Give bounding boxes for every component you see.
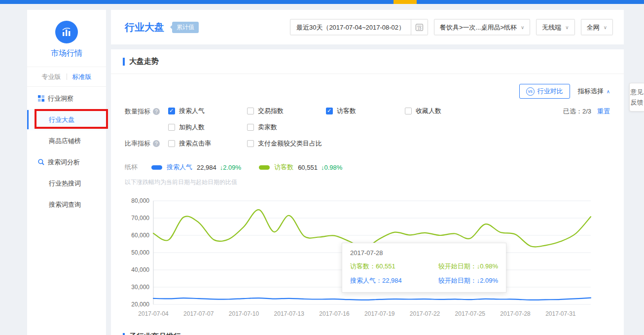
sidebar-item-label: 商品店铺榜 bbox=[49, 137, 81, 146]
checkbox-box[interactable] bbox=[168, 140, 175, 147]
checkbox-label: 加购人数 bbox=[179, 123, 205, 132]
x-axis-tick-label: 2017-07-13 bbox=[274, 310, 305, 317]
chart-tooltip: 2017-07-28 访客数：60,551 较开始日期：↓0.98% 搜索人气：… bbox=[342, 243, 506, 293]
next-section-title: 子行业商品排行 bbox=[129, 332, 181, 335]
date-range-label: 最近30天（2017-07-04~2017-08-02） bbox=[290, 23, 411, 32]
chevron-down-icon: ∨ bbox=[521, 25, 524, 30]
legend-series-name: 访客数 bbox=[274, 163, 293, 172]
checkbox-box[interactable] bbox=[168, 108, 175, 114]
checkbox-search-popularity[interactable]: 搜索人气 bbox=[168, 107, 247, 115]
checkbox-add-cart-count[interactable]: 加购人数 bbox=[168, 123, 247, 132]
checkbox-label: 支付金额较父类目占比 bbox=[258, 139, 322, 148]
trend-card: 大盘走势 vs 行业对比 指标选择 ∧ 数量指标 搜索 bbox=[111, 49, 624, 335]
series-line-访客数 bbox=[153, 210, 591, 248]
ratio-checkbox-grid: 搜索点击率 支付金额较父类目占比 bbox=[168, 139, 484, 148]
legend-swatch-green bbox=[259, 165, 270, 170]
checkbox-transaction-index[interactable]: 交易指数 bbox=[247, 107, 326, 115]
sidebar-item-industry-dashboard[interactable]: 行业大盘 bbox=[27, 109, 106, 130]
checkbox-box[interactable] bbox=[247, 140, 254, 147]
y-axis-tick-label: 70,000 bbox=[131, 215, 149, 222]
checkbox-box[interactable] bbox=[247, 108, 254, 114]
checkbox-seller-count[interactable]: 卖家数 bbox=[247, 123, 326, 132]
quantity-checkbox-grid: 搜索人气 交易指数 访客数 收藏人数 bbox=[168, 107, 484, 132]
sidebar-item-industry-hot-words[interactable]: 行业热搜词 bbox=[27, 173, 106, 194]
x-axis-tick-label: 2017-07-25 bbox=[455, 310, 486, 317]
y-axis-tick-label: 80,000 bbox=[131, 197, 149, 204]
y-axis-tick-label: 30,000 bbox=[131, 284, 149, 291]
y-axis-tick-label: 50,000 bbox=[131, 249, 149, 256]
x-axis-tick-label: 2017-07-31 bbox=[545, 310, 576, 317]
sidebar-item-label: 行业洞察 bbox=[48, 94, 73, 103]
sidebar-menu: 行业洞察 行业大盘 商品店铺榜 搜索词分析 行业热搜词 搜索词查询 bbox=[27, 87, 106, 215]
feedback-line: 意见 bbox=[630, 87, 644, 97]
page-title: 行业大盘 bbox=[125, 21, 164, 34]
series-line-搜索人气 bbox=[153, 298, 591, 300]
legend-series-name: 搜索人气 bbox=[167, 163, 192, 172]
sidebar-item-industry-insight[interactable]: 行业洞察 bbox=[27, 88, 106, 109]
trend-chart[interactable]: 20,00030,00040,00050,00060,00070,00080,0… bbox=[125, 193, 601, 319]
x-axis-tick-label: 2017-07-07 bbox=[183, 310, 214, 317]
industry-compare-button[interactable]: vs 行业对比 bbox=[519, 84, 570, 99]
y-axis-tick-label: 40,000 bbox=[131, 266, 149, 273]
brand: 市场行情 bbox=[27, 10, 106, 59]
chart-toolbar: vs 行业对比 指标选择 ∧ bbox=[111, 74, 624, 99]
industry-compare-label: 行业对比 bbox=[537, 87, 563, 96]
tooltip-date: 2017-07-28 bbox=[350, 249, 498, 257]
chart-bars-icon bbox=[61, 26, 72, 38]
sidebar-item-search-word-analysis[interactable]: 搜索词分析 bbox=[27, 151, 106, 173]
checkbox-box[interactable] bbox=[247, 124, 254, 131]
legend-category: 纸杯 bbox=[125, 163, 138, 172]
sidebar-item-product-shop-ranking[interactable]: 商品店铺榜 bbox=[27, 130, 106, 151]
x-axis-tick-label: 2017-07-19 bbox=[364, 310, 395, 317]
section-accent-bar bbox=[123, 58, 125, 66]
scope-label: 全网 bbox=[587, 23, 600, 32]
help-icon[interactable] bbox=[153, 140, 160, 147]
indicator-filters: 数量指标 搜索人气 交易指数 访客数 bbox=[111, 99, 624, 148]
y-axis-tick-label: 60,000 bbox=[131, 232, 149, 239]
chart-legend: 纸杯 搜索人气 22,984 ↓2.09% 访客数 60,551 ↓0.98% bbox=[111, 155, 624, 172]
tab-professional[interactable]: 专业版 bbox=[36, 73, 67, 81]
checkbox-box[interactable] bbox=[405, 108, 412, 114]
sidebar-item-label: 搜索词查询 bbox=[49, 200, 81, 209]
feedback-tab[interactable]: 意见 反馈 bbox=[629, 83, 644, 112]
version-tabs: 专业版 标准版 bbox=[27, 67, 106, 87]
category-label: 餐饮具>一次...桌用品>纸杯 bbox=[440, 23, 517, 32]
checkbox-visitor-count[interactable]: 访客数 bbox=[326, 107, 405, 115]
vs-icon: vs bbox=[526, 87, 535, 96]
checkbox-search-click-rate[interactable]: 搜索点击率 bbox=[168, 139, 247, 148]
sidebar: 市场行情 专业版 标准版 行业洞察 行业大盘 商品店铺榜 搜索词分析 行业热搜词 bbox=[27, 10, 106, 335]
tab-standard[interactable]: 标准版 bbox=[67, 73, 97, 81]
tooltip-row-visitors: 访客数：60,551 较开始日期：↓0.98% bbox=[350, 262, 498, 271]
checkbox-box[interactable] bbox=[168, 124, 175, 131]
terminal-select[interactable]: 无线端 ∨ bbox=[536, 19, 574, 36]
indicator-select-toggle[interactable]: 指标选择 ∧ bbox=[578, 87, 610, 96]
checkbox-label: 搜索点击率 bbox=[179, 139, 211, 148]
checkbox-label: 收藏人数 bbox=[416, 107, 441, 115]
category-select[interactable]: 餐饮具>一次...桌用品>纸杯 ∨ bbox=[434, 19, 530, 36]
feedback-line: 反馈 bbox=[630, 97, 644, 108]
section-title: 大盘走势 bbox=[129, 57, 159, 66]
reset-link[interactable]: 重置 bbox=[597, 108, 610, 115]
checkbox-payment-parent-ratio[interactable]: 支付金额较父类目占比 bbox=[247, 139, 326, 148]
chevron-up-icon: ∧ bbox=[607, 89, 610, 94]
checkbox-box[interactable] bbox=[326, 108, 333, 114]
terminal-label: 无线端 bbox=[542, 23, 561, 32]
selected-count: 已选：2/3 bbox=[563, 108, 591, 115]
date-range-picker[interactable]: 最近30天（2017-07-04~2017-08-02） 15 bbox=[290, 19, 428, 36]
page-header: 行业大盘 累计值 最近30天（2017-07-04~2017-08-02） 15… bbox=[111, 10, 624, 44]
sidebar-item-label: 行业热搜词 bbox=[49, 179, 81, 188]
x-axis-tick-label: 2017-07-28 bbox=[500, 310, 531, 317]
top-nav-bar bbox=[0, 0, 644, 4]
y-axis-tick-label: 20,000 bbox=[131, 301, 149, 308]
scope-select[interactable]: 全网 ∨ bbox=[581, 19, 613, 36]
search-analysis-icon bbox=[38, 159, 44, 165]
calendar-button[interactable]: 15 bbox=[411, 20, 428, 35]
checkbox-favorite-count[interactable]: 收藏人数 bbox=[405, 107, 484, 115]
sidebar-item-search-word-query[interactable]: 搜索词查询 bbox=[27, 194, 106, 215]
main-content: 行业大盘 累计值 最近30天（2017-07-04~2017-08-02） 15… bbox=[111, 10, 624, 335]
help-icon[interactable] bbox=[153, 108, 160, 115]
indicator-select-label: 指标选择 bbox=[578, 87, 604, 96]
ratio-indicator-label: 比率指标 bbox=[125, 139, 168, 148]
legend-item-visitor-count: 访客数 60,551 ↓0.98% bbox=[259, 163, 342, 172]
cumulative-badge: 累计值 bbox=[172, 22, 199, 33]
